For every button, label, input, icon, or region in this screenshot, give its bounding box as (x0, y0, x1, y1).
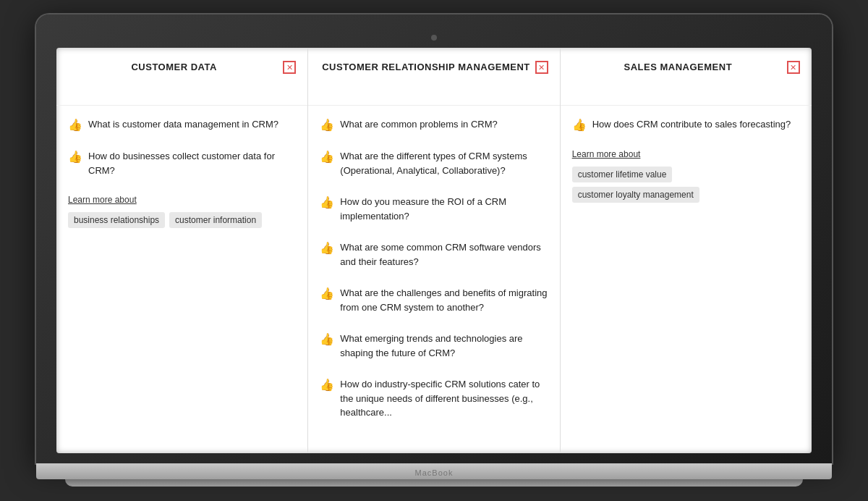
column-header-crm: CUSTOMER RELATIONSHIP MANAGEMENT ✕ (308, 48, 559, 106)
laptop-screen: CUSTOMER DATA ✕ 👍 What is customer data … (56, 48, 812, 453)
learn-more-link[interactable]: Learn more about (68, 195, 296, 205)
column-body-customer-data: 👍 What is customer data management in CR… (56, 106, 307, 453)
tags-container-sales: customer lifetime value customer loyalty… (572, 167, 800, 203)
question-item: 👍 What are common problems in CRM? (320, 117, 548, 132)
laptop-base (36, 463, 832, 479)
thumb-icon: 👍 (320, 241, 334, 255)
screen-content: CUSTOMER DATA ✕ 👍 What is customer data … (56, 48, 812, 453)
learn-more-link-sales[interactable]: Learn more about (572, 149, 800, 159)
question-item: 👍 What are the challenges and benefits o… (320, 286, 548, 314)
thumb-icon: 👍 (320, 332, 334, 346)
column-header-customer-data: CUSTOMER DATA ✕ (56, 48, 307, 106)
question-item: 👍 What is customer data management in CR… (68, 117, 296, 132)
question-text: What are the different types of CRM syst… (340, 149, 548, 177)
column-title-sales: SALES MANAGEMENT (572, 61, 784, 74)
thumb-icon: 👍 (68, 150, 82, 164)
laptop-camera (431, 35, 437, 41)
close-button-customer-data[interactable]: ✕ (283, 61, 296, 74)
question-text: What are common problems in CRM? (340, 117, 497, 132)
close-button-crm[interactable]: ✕ (535, 61, 548, 74)
question-item: 👍 What are the different types of CRM sy… (320, 149, 548, 177)
tag-customer-loyalty-management[interactable]: customer loyalty management (572, 187, 699, 203)
question-text: How do businesses collect customer data … (88, 149, 296, 177)
question-text: How do industry-specific CRM solutions c… (340, 377, 548, 420)
thumb-icon: 👍 (320, 118, 334, 132)
question-item: 👍 How do industry-specific CRM solutions… (320, 377, 548, 420)
question-text: How does CRM contribute to sales forecas… (592, 117, 791, 132)
thumb-icon: 👍 (320, 287, 334, 300)
column-header-sales: SALES MANAGEMENT ✕ (561, 48, 812, 106)
question-item: 👍 How does CRM contribute to sales forec… (572, 117, 800, 132)
tag-business-relationships[interactable]: business relationships (68, 212, 165, 228)
column-title-crm: CUSTOMER RELATIONSHIP MANAGEMENT (320, 61, 532, 74)
screen-bezel: CUSTOMER DATA ✕ 👍 What is customer data … (36, 14, 832, 463)
question-item: 👍 What are some common CRM software vend… (320, 240, 548, 269)
column-sales-management: SALES MANAGEMENT ✕ 👍 How does CRM contri… (561, 48, 812, 453)
laptop-container: CUSTOMER DATA ✕ 👍 What is customer data … (36, 14, 832, 487)
laptop-foot (65, 479, 803, 487)
question-item: 👍 How do you measure the ROI of a CRM im… (320, 195, 548, 223)
column-crm: CUSTOMER RELATIONSHIP MANAGEMENT ✕ 👍 Wha… (308, 48, 560, 453)
question-item: 👍 What emerging trends and technologies … (320, 332, 548, 360)
learn-more-section-sales: Learn more about customer lifetime value… (572, 149, 800, 203)
question-text: What emerging trends and technologies ar… (340, 332, 548, 360)
learn-more-section: Learn more about business relationships … (68, 195, 296, 228)
thumb-icon: 👍 (320, 378, 334, 392)
close-button-sales[interactable]: ✕ (787, 61, 800, 74)
column-customer-data: CUSTOMER DATA ✕ 👍 What is customer data … (56, 48, 308, 453)
tag-customer-lifetime-value[interactable]: customer lifetime value (572, 167, 673, 182)
tags-container: business relationships customer informat… (68, 212, 296, 228)
question-text: What is customer data management in CRM? (88, 117, 278, 132)
thumb-icon: 👍 (572, 118, 587, 132)
question-text: How do you measure the ROI of a CRM impl… (340, 195, 548, 223)
thumb-icon: 👍 (320, 195, 334, 209)
column-title-customer-data: CUSTOMER DATA (68, 61, 280, 74)
column-body-crm: 👍 What are common problems in CRM? 👍 Wha… (308, 106, 559, 453)
question-item: 👍 How do businesses collect customer dat… (68, 149, 296, 177)
thumb-icon: 👍 (320, 150, 334, 164)
question-text: What are some common CRM software vendor… (340, 240, 548, 269)
thumb-icon: 👍 (68, 118, 82, 132)
column-body-sales: 👍 How does CRM contribute to sales forec… (561, 106, 812, 453)
tag-customer-information[interactable]: customer information (169, 212, 262, 228)
question-text: What are the challenges and benefits of … (340, 286, 548, 314)
